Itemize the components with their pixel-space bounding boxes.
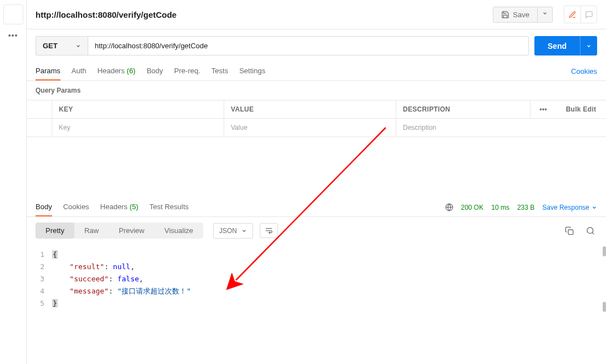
save-label: Save bbox=[513, 11, 529, 19]
svg-line-5 bbox=[592, 232, 594, 234]
edit-button[interactable] bbox=[564, 6, 580, 23]
response-time: 10 ms bbox=[491, 204, 509, 211]
col-options[interactable]: ••• bbox=[531, 100, 556, 118]
resp-tab-body[interactable]: Body bbox=[36, 198, 52, 216]
chevron-down-icon bbox=[592, 205, 597, 210]
svg-rect-3 bbox=[568, 230, 573, 235]
copy-button[interactable] bbox=[563, 224, 576, 237]
method-select[interactable]: GET bbox=[36, 36, 88, 55]
request-title: http://localhost:8080/verify/getCode bbox=[36, 10, 488, 19]
wrap-button[interactable] bbox=[260, 223, 278, 238]
resp-tab-headers[interactable]: Headers (5) bbox=[100, 198, 139, 216]
save-response-button[interactable]: Save Response bbox=[542, 204, 597, 211]
sidebar-placeholder bbox=[3, 4, 23, 24]
send-button[interactable]: Send bbox=[534, 36, 580, 55]
wrap-icon bbox=[265, 227, 273, 234]
send-dropdown[interactable] bbox=[580, 36, 597, 55]
save-dropdown[interactable] bbox=[538, 7, 553, 23]
tab-params[interactable]: Params bbox=[36, 62, 60, 80]
fmt-pretty[interactable]: Pretty bbox=[36, 223, 74, 239]
url-input[interactable] bbox=[88, 36, 529, 55]
fmt-raw[interactable]: Raw bbox=[74, 223, 109, 239]
status-code: 200 OK bbox=[461, 204, 484, 211]
format-label: JSON bbox=[219, 227, 237, 235]
fmt-preview[interactable]: Preview bbox=[109, 223, 154, 239]
tab-auth[interactable]: Auth bbox=[72, 62, 87, 80]
headers-count: (6) bbox=[127, 67, 135, 75]
resp-headers-label: Headers bbox=[100, 203, 128, 211]
desc-input[interactable]: Description bbox=[396, 119, 606, 136]
copy-icon bbox=[565, 226, 574, 235]
chevron-down-icon bbox=[75, 43, 81, 49]
format-select[interactable]: JSON bbox=[213, 223, 253, 239]
cookies-link[interactable]: Cookies bbox=[571, 67, 597, 75]
save-response-label: Save Response bbox=[542, 204, 589, 211]
chevron-down-icon bbox=[542, 11, 548, 16]
search-button[interactable] bbox=[584, 224, 597, 237]
value-input[interactable]: Value bbox=[224, 119, 396, 136]
tab-tests[interactable]: Tests bbox=[211, 62, 228, 80]
chevron-down-icon bbox=[586, 43, 592, 49]
save-button[interactable]: Save bbox=[493, 7, 538, 23]
response-size: 233 B bbox=[517, 204, 534, 211]
resp-tab-cookies[interactable]: Cookies bbox=[63, 198, 89, 216]
svg-point-4 bbox=[587, 228, 593, 234]
fmt-visualize[interactable]: Visualize bbox=[154, 223, 203, 239]
bulk-edit-button[interactable]: Bulk Edit bbox=[556, 100, 606, 118]
tab-body[interactable]: Body bbox=[147, 62, 163, 80]
comment-button[interactable] bbox=[580, 6, 597, 23]
key-input[interactable]: Key bbox=[52, 119, 224, 136]
more-icon[interactable]: ••• bbox=[6, 29, 21, 42]
tab-headers-label: Headers bbox=[98, 67, 125, 75]
col-key: KEY bbox=[52, 100, 224, 118]
query-params-label: Query Params bbox=[27, 81, 606, 100]
pencil-icon bbox=[568, 11, 577, 19]
chevron-down-icon bbox=[241, 228, 247, 234]
method-label: GET bbox=[43, 42, 58, 50]
search-icon bbox=[586, 226, 595, 235]
response-body[interactable]: 1{ 2 "result": null, 3 "succeed": false,… bbox=[27, 244, 606, 314]
comment-icon bbox=[585, 11, 593, 19]
tab-headers[interactable]: Headers (6) bbox=[98, 62, 136, 80]
col-desc: DESCRIPTION bbox=[396, 100, 531, 118]
col-value: VALUE bbox=[224, 100, 396, 118]
resp-tab-results[interactable]: Test Results bbox=[149, 198, 189, 216]
globe-icon[interactable] bbox=[445, 203, 453, 211]
tab-prereq[interactable]: Pre-req. bbox=[174, 62, 200, 80]
save-icon bbox=[501, 11, 509, 19]
tab-settings[interactable]: Settings bbox=[239, 62, 265, 80]
resp-headers-count: (5) bbox=[129, 203, 138, 211]
